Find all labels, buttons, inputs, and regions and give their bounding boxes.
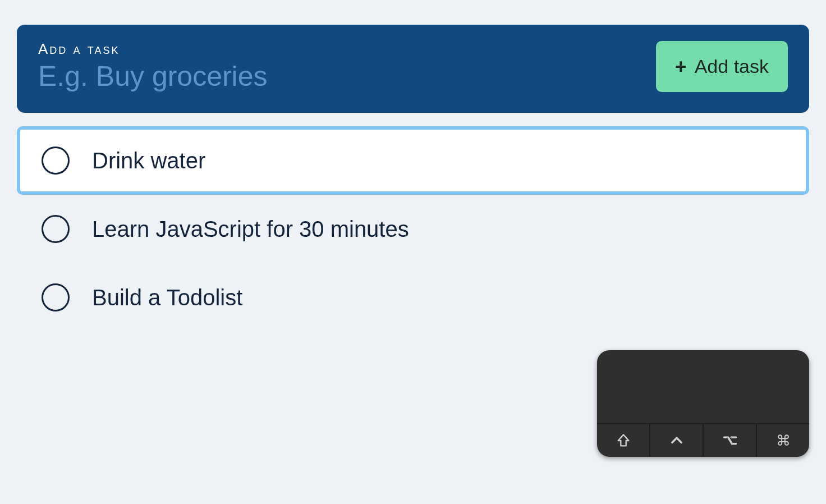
task-checkbox[interactable] <box>42 146 70 175</box>
task-text: Build a Todolist <box>92 285 242 310</box>
add-task-label: Add a task <box>38 40 543 58</box>
hotkey-key-row: ⌘ <box>597 424 809 457</box>
task-row[interactable]: Build a Todolist <box>17 263 809 332</box>
shift-key[interactable] <box>597 424 650 457</box>
control-icon <box>669 433 685 448</box>
hotkey-overlay: ⌘ <box>597 350 809 457</box>
task-checkbox[interactable] <box>42 283 70 311</box>
command-icon: ⌘ <box>776 433 791 448</box>
add-task-button[interactable]: + Add task <box>656 41 788 92</box>
task-text: Drink water <box>92 148 205 173</box>
add-task-left: Add a task <box>38 40 543 93</box>
task-checkbox[interactable] <box>42 215 70 243</box>
shift-icon <box>616 433 631 448</box>
hotkey-display <box>597 350 809 424</box>
add-task-bar: Add a task + Add task <box>17 25 809 113</box>
option-icon <box>722 433 738 448</box>
add-task-input[interactable] <box>38 60 543 93</box>
task-list: Drink water Learn JavaScript for 30 minu… <box>17 126 809 332</box>
plus-icon: + <box>675 57 687 77</box>
task-text: Learn JavaScript for 30 minutes <box>92 217 409 242</box>
task-row[interactable]: Drink water <box>17 126 809 195</box>
command-key[interactable]: ⌘ <box>757 424 809 457</box>
control-key[interactable] <box>650 424 704 457</box>
task-row[interactable]: Learn JavaScript for 30 minutes <box>17 195 809 263</box>
add-task-button-label: Add task <box>695 56 769 77</box>
option-key[interactable] <box>704 424 757 457</box>
